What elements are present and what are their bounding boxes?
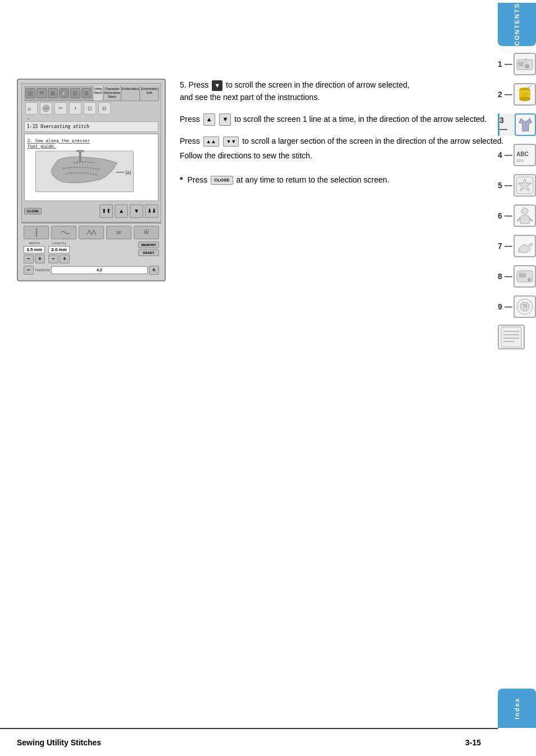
width-number: 3.5 (26, 247, 33, 252)
note-line: * Press CLOSE at any time to return to t… (180, 174, 525, 186)
width-label: WIDTH (24, 242, 45, 245)
width-plusminus: − + (24, 254, 45, 263)
contents-tab[interactable]: CONTENTS (498, 3, 536, 46)
length-plus-btn[interactable]: + (60, 254, 70, 263)
index-tab[interactable]: Index (498, 689, 536, 728)
stitch-icon-4[interactable]: i (69, 102, 81, 115)
width-plus-btn[interactable]: + (35, 254, 45, 263)
stitch-name-display: 1-15 Overcasting stitch (24, 121, 158, 132)
machine-tab-character[interactable]: CharacterDecorativeStitch (103, 86, 121, 101)
briefcase-icon (26, 89, 34, 97)
svg-rect-21 (501, 327, 521, 347)
step-5: 5. Press ▼ to scroll the screen in the d… (180, 79, 525, 104)
needle-icon (31, 227, 42, 238)
index-label: Index (514, 698, 520, 719)
machine-tab-emb-edit[interactable]: EmbroideryEdit (140, 86, 159, 101)
length-minus-btn[interactable]: − (48, 254, 58, 263)
chapter-tab-9[interactable]: 9 — ?! (498, 295, 536, 318)
header-icon-4: i (59, 88, 69, 98)
stitch-select-4[interactable]: W (106, 226, 131, 239)
length-plusminus: − + (48, 254, 70, 263)
step5-line1: 5. Press ▼ to scroll the screen in the d… (180, 79, 525, 91)
scroll-indicator: ← (24, 116, 158, 121)
machine-tab-embroidery[interactable]: Embroidery (121, 86, 140, 101)
chapter-tab-1[interactable]: 1 — (498, 53, 536, 75)
chapter-7-number: 7 — (498, 242, 514, 251)
machine-ui-screenshot: ?! ⊞ i ⊡ ⊟ UtilitySt (17, 79, 166, 281)
chapter-9-number: 9 — (498, 302, 514, 311)
hand-sewing-icon (515, 236, 535, 256)
stitch-select-3[interactable] (79, 226, 104, 239)
footer-title: Sewing Utility Stitches (17, 738, 101, 747)
header-icon-6: ⊟ (81, 88, 92, 98)
page-footer: Sewing Utility Stitches 3-15 (0, 728, 498, 756)
stitch-icon-3[interactable]: ✂ (54, 102, 67, 115)
chapter-6-icon[interactable] (514, 204, 536, 227)
svg-point-2 (525, 64, 529, 69)
note-content: Press CLOSE at any time to return to the… (187, 174, 389, 186)
stitch-select-2[interactable] (51, 226, 76, 239)
tension-number: 4.2 (97, 268, 102, 272)
index-tab-wrapper: Index (498, 686, 536, 728)
stitch-name-text: 1-15 Overcasting stitch (27, 124, 89, 129)
chapter-9-icon[interactable]: ?! (514, 295, 536, 318)
up-arrow-inline-btn: ▲ (203, 113, 215, 126)
svg-text:2. Sew along the presser: 2. Sew along the presser (28, 139, 90, 144)
stitch-select-5[interactable]: W̃ (134, 226, 159, 239)
memory-button[interactable]: MEMORY (138, 242, 159, 248)
footer-page-number: 3-15 (465, 738, 481, 747)
chapter-1-icon[interactable] (514, 53, 536, 75)
machine-controls-row: CLOSE ⬆⬆ ▲ ▼ ⬇⬇ (24, 203, 158, 220)
bobbin-icon: ?! (515, 297, 535, 317)
step-5-line3: Press ▲▲ ▼▼ to scroll a larger section o… (180, 135, 525, 162)
reset-button[interactable]: RESET (138, 249, 159, 256)
chapter-6-info: 6 — (498, 211, 514, 220)
step5-press-word: Press (189, 80, 211, 89)
info-icon: i (60, 89, 68, 97)
tension-minus-btn[interactable]: − (24, 266, 34, 275)
chapter-7-icon[interactable] (514, 235, 536, 257)
stitch-icon-2[interactable] (40, 102, 52, 115)
chapter-8-icon[interactable] (514, 265, 536, 288)
header-icon-1 (25, 88, 35, 98)
svg-rect-3 (525, 58, 527, 63)
chapter-tab-8[interactable]: 8 — (498, 265, 536, 288)
step5-line4-text: Follow the directions to sew the stitch. (180, 149, 525, 162)
stitch-select-1[interactable] (24, 226, 49, 239)
svg-rect-32 (44, 107, 48, 110)
svg-text:?!: ?! (523, 304, 527, 310)
machine2-icon (515, 266, 535, 286)
machine-screen: ?! ⊞ i ⊡ ⊟ UtilitySt (21, 83, 161, 222)
overlock-icon (58, 227, 70, 238)
up-arrow-btn[interactable]: ▲ (115, 204, 128, 218)
svg-text:(a): (a) (125, 170, 131, 175)
down-arrow-btn[interactable]: ▼ (130, 204, 143, 218)
machine-tab-utility[interactable]: UtilityStitch (93, 86, 103, 101)
stitch-icon-5[interactable]: ⊡ (84, 102, 96, 115)
svg-rect-27 (29, 90, 32, 92)
chapter-9-info: 9 — (498, 302, 514, 311)
press-word-3: Press (180, 136, 200, 145)
chapter-1-info: 1 — (498, 60, 514, 69)
notes-icon-box[interactable] (498, 325, 525, 349)
fast-down-arrow-btn[interactable]: ⬇⬇ (145, 204, 158, 218)
stitch-icon-1[interactable]: G (25, 102, 38, 115)
notes-document-icon (499, 326, 524, 348)
press-word-2: Press (180, 115, 200, 124)
fast-up-arrow-btn[interactable]: ⬆⬆ (99, 204, 113, 218)
sewing-machine-icon (515, 54, 535, 74)
fast-down-inline-btn: ▼▼ (223, 136, 239, 147)
chapter-tab-notes[interactable] (498, 325, 536, 349)
stitch-select-row: W W̃ (24, 226, 159, 239)
svg-rect-39 (76, 150, 84, 152)
stitch-icon-6[interactable]: ⊟ (98, 102, 111, 115)
machine-close-button[interactable]: CLOSE (24, 208, 42, 215)
length-label: LENGTH (48, 242, 70, 245)
tension-plus-btn[interactable]: + (149, 266, 159, 275)
chapter-tab-6[interactable]: 6 — (498, 204, 536, 227)
chapter-tab-7[interactable]: 7 — (498, 235, 536, 257)
step5-text1: to scroll the screen in the direction of… (226, 80, 410, 89)
fast-up-inline-btn: ▲▲ (203, 136, 219, 147)
step5-text2: and see the next part of the instruction… (180, 93, 320, 102)
width-minus-btn[interactable]: − (24, 254, 34, 263)
